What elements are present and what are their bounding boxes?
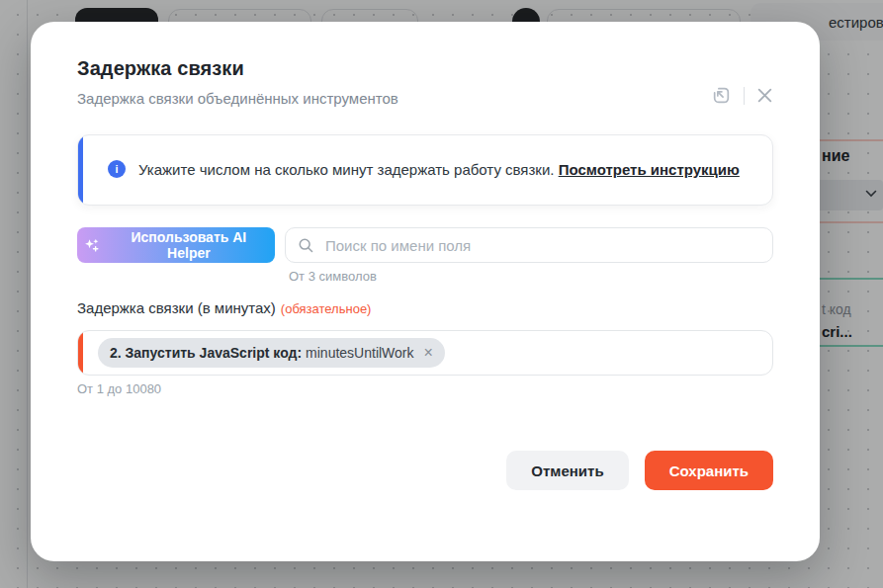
delay-field-label-text: Задержка связки (в минутах) <box>77 299 276 316</box>
search-icon <box>298 237 314 254</box>
modal-title: Задержка связки <box>77 57 773 80</box>
popout-button[interactable] <box>711 85 732 106</box>
save-button[interactable]: Сохранить <box>645 451 773 490</box>
close-icon <box>756 87 773 104</box>
tools-row: Использовать AI Helper От 3 символов <box>77 227 773 284</box>
info-accent-bar <box>78 135 83 205</box>
search-input[interactable] <box>323 236 760 255</box>
modal-footer: Отменить Сохранить <box>77 451 773 490</box>
field-search <box>285 227 773 263</box>
popout-icon <box>711 85 732 106</box>
delay-field-label: Задержка связки (в минутах)(обязательное… <box>77 299 773 316</box>
header-divider <box>744 87 745 105</box>
info-text-body: Укажите числом на сколько минут задержат… <box>138 161 559 178</box>
field-accent-bar <box>78 331 83 375</box>
chip-value-label: minutesUntilWork <box>306 345 413 361</box>
instruction-link[interactable]: Посмотреть инструкцию <box>559 161 740 178</box>
close-button[interactable] <box>756 87 773 104</box>
delay-value-field[interactable]: 2. Запустить JavaScript код: minutesUnti… <box>77 330 773 376</box>
cancel-button[interactable]: Отменить <box>506 451 628 490</box>
chip-source-label: 2. Запустить JavaScript код: <box>110 345 302 361</box>
required-note: (обязательное) <box>281 301 372 316</box>
info-banner: i Укажите числом на сколько минут задерж… <box>77 134 773 206</box>
ai-helper-button[interactable]: Использовать AI Helper <box>77 227 275 263</box>
delay-settings-modal: Задержка связки Задержка связки объединё… <box>31 22 820 561</box>
chip-remove-button[interactable]: × <box>418 345 433 361</box>
modal-header-actions <box>711 85 773 106</box>
modal-subtitle: Задержка связки объединённых инструменто… <box>77 90 773 107</box>
sparkles-icon <box>83 236 101 254</box>
delay-range-hint: От 1 до 10080 <box>77 381 773 396</box>
info-icon: i <box>108 160 126 178</box>
variable-chip[interactable]: 2. Запустить JavaScript код: minutesUnti… <box>98 338 445 368</box>
ai-helper-label: Использовать AI Helper <box>109 229 269 261</box>
search-hint: От 3 символов <box>289 269 773 284</box>
info-text: Укажите числом на сколько минут задержат… <box>138 157 740 183</box>
